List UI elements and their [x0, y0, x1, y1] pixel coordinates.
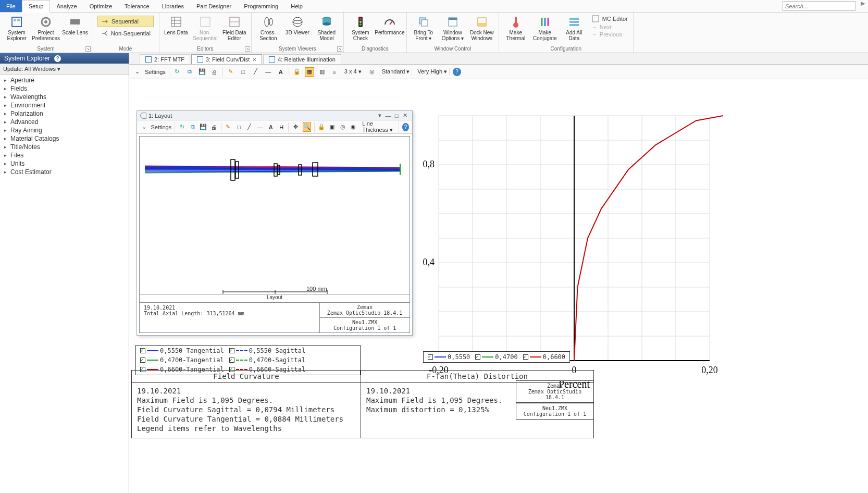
- print-icon[interactable]: 🖨: [210, 67, 219, 77]
- tree-item-fields[interactable]: ▸Fields: [0, 84, 129, 93]
- menu-analyze[interactable]: Analyze: [50, 0, 83, 12]
- diagonal-icon[interactable]: ╱: [246, 122, 253, 132]
- legend-item[interactable]: 0,4700-Sagittal: [229, 356, 305, 364]
- chevron-down-icon[interactable]: ⌄: [132, 67, 142, 77]
- copy-icon[interactable]: ⧉: [189, 122, 196, 132]
- scale-lens-button[interactable]: Scale Lens: [61, 14, 89, 35]
- checkbox-icon[interactable]: [229, 358, 234, 363]
- checkbox-icon[interactable]: [229, 348, 234, 353]
- tree-item-advanced[interactable]: ▸Advanced: [0, 118, 129, 126]
- system-explorer-button[interactable]: System Explorer: [3, 14, 30, 41]
- pencil-icon[interactable]: ✎: [226, 67, 235, 77]
- lens-data-button[interactable]: Lens Data: [163, 14, 190, 35]
- save-icon[interactable]: 💾: [200, 122, 207, 132]
- refresh-icon[interactable]: ↻: [178, 122, 185, 132]
- menu-help[interactable]: Help: [284, 0, 309, 12]
- tab-relative-illumination[interactable]: 4: Relative Illumination: [263, 54, 341, 64]
- window-options-button[interactable]: Window Options ▾: [439, 14, 466, 41]
- tree-item-files[interactable]: ▸Files: [0, 151, 129, 159]
- add-all-data-button[interactable]: Add All Data: [561, 14, 588, 41]
- checkbox-icon[interactable]: [140, 358, 145, 363]
- ruler-icon[interactable]: H: [278, 122, 285, 132]
- lock-icon[interactable]: 🔒: [317, 122, 325, 132]
- fit-icon[interactable]: ▣: [328, 122, 336, 132]
- legend-item[interactable]: 0,5550-Sagittal: [229, 347, 305, 354]
- bring-to-front-button[interactable]: Bring To Front ▾: [410, 14, 437, 41]
- grid-size-dropdown[interactable]: 3 x 4 ▾: [342, 68, 364, 76]
- close-icon[interactable]: ✕: [401, 112, 409, 119]
- viewers-group-launcher[interactable]: ↘: [337, 46, 342, 52]
- system-check-button[interactable]: System Check: [347, 14, 374, 41]
- save-icon[interactable]: 💾: [197, 67, 207, 77]
- mode-nonsequential-button[interactable]: Non-Sequential: [97, 28, 154, 39]
- square-icon[interactable]: □: [239, 67, 248, 77]
- grid-view-icon[interactable]: ▦: [305, 67, 314, 77]
- chevron-down-icon[interactable]: ▾: [376, 112, 384, 119]
- tree-item-material-catalogs[interactable]: ▸Material Catalogs: [0, 134, 129, 143]
- tree-item-polarization[interactable]: ▸Polarization: [0, 109, 129, 118]
- pencil-icon[interactable]: ✎: [225, 122, 232, 132]
- quality-dropdown[interactable]: Very High ▾: [415, 68, 450, 76]
- tree-item-aperture[interactable]: ▸Aperture: [0, 76, 129, 84]
- mode-sequential-button[interactable]: Sequential: [97, 16, 154, 27]
- update-dropdown[interactable]: Update: All Windows ▾: [0, 64, 129, 75]
- redo-target-icon[interactable]: ◉: [350, 122, 357, 132]
- legend-item[interactable]: 0,5550: [428, 353, 470, 361]
- help-icon[interactable]: ?: [402, 123, 409, 131]
- layout-titlebar[interactable]: 1: Layout ▾ — □ ✕: [137, 111, 412, 120]
- checkbox-icon[interactable]: [523, 354, 528, 360]
- menu-tolerance[interactable]: Tolerance: [118, 0, 156, 12]
- project-preferences-button[interactable]: Project Preferences: [32, 14, 59, 41]
- menu-programming[interactable]: Programming: [238, 0, 284, 12]
- help-icon[interactable]: ?: [54, 55, 61, 62]
- run-search-button[interactable]: ▶: [858, 0, 868, 12]
- layout-canvas[interactable]: 100 mm Layout: [139, 136, 410, 303]
- minimize-icon[interactable]: —: [384, 113, 392, 119]
- tab-field-curv-dist[interactable]: 3: Field Curv/Dist✕: [191, 54, 262, 64]
- shaded-model-button[interactable]: Shaded Model: [313, 14, 340, 41]
- menu-file[interactable]: File: [0, 0, 22, 12]
- close-icon[interactable]: ✕: [252, 57, 256, 63]
- system-group-launcher[interactable]: ↘: [85, 46, 91, 52]
- performance-button[interactable]: Performance: [376, 14, 403, 35]
- checkbox-icon[interactable]: [428, 354, 433, 360]
- mc-editor-link[interactable]: MC Editor: [592, 15, 628, 23]
- zoom-icon[interactable]: 🔍: [303, 122, 311, 132]
- tree-item-wavelengths[interactable]: ▸Wavelengths: [0, 93, 129, 101]
- legend-item[interactable]: 0,6600: [523, 353, 565, 361]
- search-input[interactable]: [783, 1, 855, 11]
- chevron-down-icon[interactable]: ⌄: [140, 122, 147, 132]
- tree-item-cost-estimator[interactable]: ▸Cost Estimator: [0, 168, 129, 176]
- legend-item[interactable]: 0,5550-Tangential: [140, 347, 224, 354]
- make-thermal-button[interactable]: Make Thermal: [502, 14, 529, 41]
- checkbox-icon[interactable]: [475, 354, 480, 360]
- legend-item[interactable]: 0,4700-Tangential: [140, 356, 224, 364]
- stack-icon[interactable]: ≡: [330, 67, 339, 77]
- dock-new-windows-button[interactable]: Dock New Windows: [468, 14, 495, 41]
- square-icon[interactable]: □: [235, 122, 242, 132]
- print-icon[interactable]: 🖨: [210, 122, 217, 132]
- field-data-editor-button[interactable]: Field Data Editor: [221, 14, 248, 41]
- make-conjugate-button[interactable]: Make Conjugate: [531, 14, 559, 41]
- help-icon[interactable]: ?: [453, 68, 461, 76]
- lock-icon[interactable]: 🔒: [292, 67, 302, 77]
- move-icon[interactable]: ✥: [292, 122, 299, 132]
- target-icon[interactable]: ◎: [339, 122, 346, 132]
- target-icon[interactable]: ◎: [367, 67, 377, 77]
- line-thickness-dropdown[interactable]: Line Thickness ▾: [360, 120, 399, 134]
- layout-window[interactable]: 1: Layout ▾ — □ ✕ ⌄ Settings ↻ ⧉ 💾 🖨: [137, 110, 413, 336]
- cross-section-button[interactable]: Cross-Section: [255, 14, 282, 41]
- menu-setup[interactable]: Setup: [22, 0, 51, 13]
- line-icon[interactable]: —: [256, 122, 264, 132]
- grid2-icon[interactable]: ▥: [317, 67, 327, 77]
- menu-libraries[interactable]: Libraries: [156, 0, 190, 12]
- menu-optimize[interactable]: Optimize: [83, 0, 118, 12]
- menu-part-designer[interactable]: Part Designer: [190, 0, 238, 12]
- maximize-icon[interactable]: □: [392, 113, 401, 119]
- standard-dropdown[interactable]: Standard ▾: [380, 68, 413, 76]
- editors-group-launcher[interactable]: ↘: [245, 46, 250, 52]
- settings-label[interactable]: Settings: [145, 69, 166, 75]
- tab-fft-mtf[interactable]: 2: FFT MTF: [140, 54, 190, 64]
- refresh-icon[interactable]: ↻: [172, 67, 182, 77]
- legend-item[interactable]: 0,4700: [475, 353, 517, 361]
